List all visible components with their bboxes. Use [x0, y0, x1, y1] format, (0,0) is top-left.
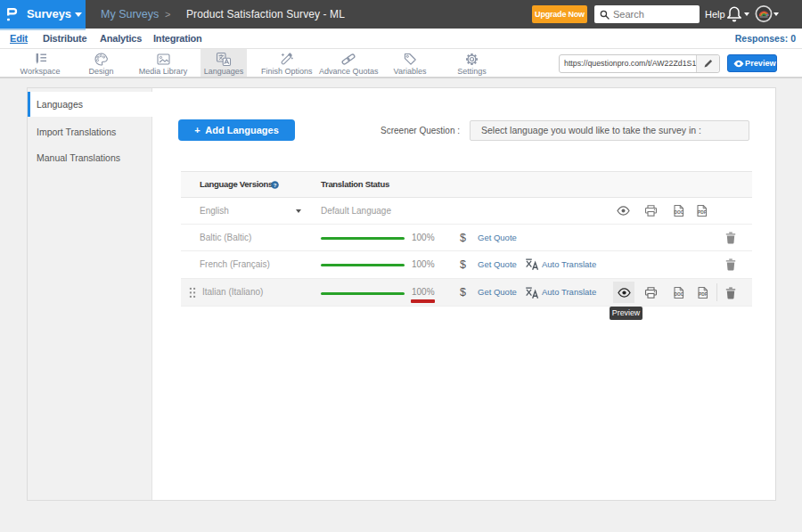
svg-text:?: ? [274, 183, 277, 188]
svg-text:PDF: PDF [698, 210, 707, 215]
svg-text:PDF: PDF [699, 292, 708, 297]
svg-text:DOC: DOC [674, 210, 683, 215]
svg-text:DOC: DOC [674, 292, 683, 297]
